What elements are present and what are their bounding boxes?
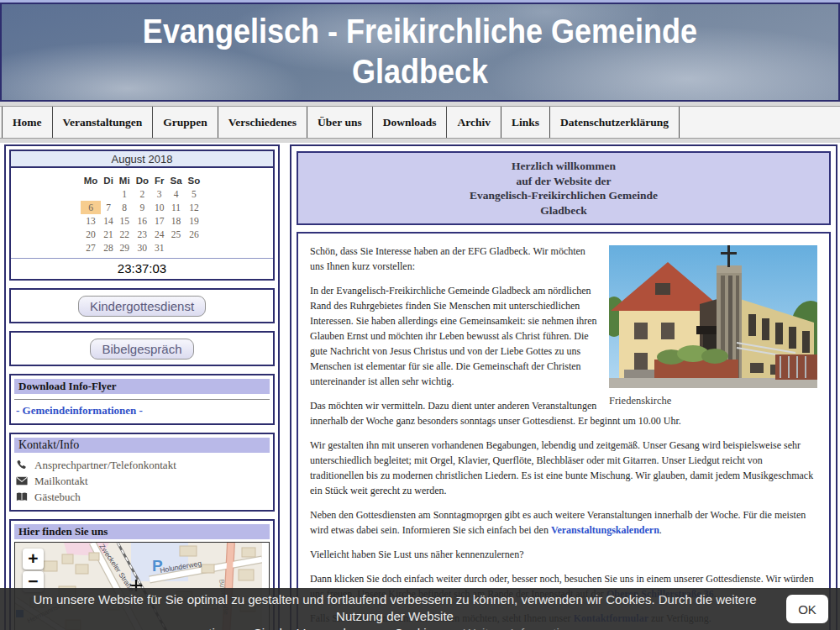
calendar-day[interactable]: 24 bbox=[151, 228, 167, 241]
cookie-banner-text: Um unsere Website für Sie optimal zu ges… bbox=[0, 588, 840, 630]
guestbook-icon bbox=[16, 491, 28, 502]
calendar-empty-cell bbox=[185, 241, 203, 255]
calendar-day[interactable]: 4 bbox=[167, 187, 185, 201]
calendar-day[interactable]: 22 bbox=[116, 228, 133, 241]
mail-icon bbox=[16, 475, 28, 486]
calendar-day[interactable]: 25 bbox=[167, 228, 185, 241]
kontakt-item-mail[interactable]: Mailkontakt bbox=[16, 473, 268, 489]
map-zoom-in-button[interactable]: + bbox=[23, 549, 44, 570]
kontakt-item-label: Ansprechpartner/Telefonkontakt bbox=[34, 459, 176, 472]
kontakt-item-gaestebuch[interactable]: Gästebuch bbox=[16, 489, 268, 505]
weekday-header: Do bbox=[133, 174, 151, 187]
site-header: Evangelisch - Freikirchliche GemeindeGla… bbox=[0, 3, 840, 102]
calendar-empty-cell bbox=[81, 187, 101, 201]
calendar-day[interactable]: 29 bbox=[116, 241, 133, 255]
calendar-day[interactable]: 21 bbox=[101, 228, 117, 241]
paragraph: Wir gestalten ihn mit unseren vorhandene… bbox=[310, 438, 817, 498]
weekday-header: So bbox=[185, 174, 203, 187]
nav-item-downloads[interactable]: Downloads bbox=[373, 107, 448, 138]
calendar-empty-cell bbox=[167, 241, 185, 255]
calendar-day[interactable]: 14 bbox=[101, 214, 117, 228]
content: August 2018 MoDiMiDoFrSaSo12345678910111… bbox=[0, 143, 840, 630]
weitere-informationen-link[interactable]: Weitere Informationen bbox=[464, 626, 587, 630]
calendar-day[interactable]: 6 bbox=[81, 201, 101, 214]
calendar-day[interactable]: 5 bbox=[185, 187, 203, 201]
calendar-day[interactable]: 13 bbox=[81, 214, 101, 228]
calendar-day[interactable]: 28 bbox=[101, 241, 117, 255]
calendar-day[interactable]: 9 bbox=[133, 201, 151, 214]
clock: 23:37:03 bbox=[11, 258, 273, 279]
calendar-empty-cell bbox=[101, 187, 117, 201]
calendar-day[interactable]: 18 bbox=[167, 214, 185, 228]
calendar-day[interactable]: 23 bbox=[133, 228, 151, 241]
church-photo bbox=[609, 245, 817, 388]
parking-icon: P bbox=[152, 557, 163, 575]
calendar-day[interactable]: 1 bbox=[116, 187, 133, 201]
cookie-ok-button[interactable]: OK bbox=[786, 595, 828, 623]
nav-item-archiv[interactable]: Archiv bbox=[447, 107, 501, 138]
download-section-title: Download Info-Flyer bbox=[14, 379, 270, 394]
calendar-day[interactable]: 20 bbox=[81, 228, 101, 241]
phone-icon bbox=[16, 459, 28, 470]
calendar-day[interactable]: 31 bbox=[151, 241, 167, 255]
calendar-day[interactable]: 12 bbox=[185, 201, 203, 214]
kontakt-item-telefon[interactable]: Ansprechpartner/Telefonkontakt bbox=[16, 457, 268, 473]
calendar-day[interactable]: 7 bbox=[101, 201, 117, 214]
calendar-day[interactable]: 2 bbox=[133, 187, 151, 201]
calendar-day[interactable]: 8 bbox=[116, 201, 133, 214]
calendar-day[interactable]: 16 bbox=[133, 214, 151, 228]
calendar-day[interactable]: 19 bbox=[185, 214, 203, 228]
calendar-grid: MoDiMiDoFrSaSo12345678910111213141516171… bbox=[81, 174, 203, 255]
church-figure: Friedenskirche bbox=[609, 245, 817, 407]
welcome-line: Herzlich willkommen bbox=[302, 159, 826, 174]
cookie-text-line-2: stimmen Sie der Verwendung von Cookies z… bbox=[202, 626, 464, 630]
church-photo-caption: Friedenskirche bbox=[609, 395, 817, 407]
calendar-day[interactable]: 11 bbox=[167, 201, 185, 214]
main-nav: HomeVeranstaltungenGruppenVerschiedenesÜ… bbox=[0, 106, 840, 139]
sidebar: August 2018 MoDiMiDoFrSaSo12345678910111… bbox=[4, 144, 280, 630]
cookie-banner: Um unsere Website für Sie optimal zu ges… bbox=[0, 588, 840, 630]
calendar-day[interactable]: 30 bbox=[133, 241, 151, 255]
paragraph: Vielleicht haben Sie Lust uns näher kenn… bbox=[310, 547, 817, 562]
weekday-header: Mo bbox=[81, 174, 101, 187]
welcome-box: Herzlich willkommen auf der Website der … bbox=[297, 151, 831, 225]
nav-item-veranstaltungen[interactable]: Veranstaltungen bbox=[53, 107, 154, 138]
welcome-line: Evangelisch-Freikirchlichen Gemeinde bbox=[302, 188, 826, 203]
title-line-2: Gladbeck bbox=[352, 53, 488, 90]
weekday-header: Di bbox=[101, 174, 117, 187]
weekday-header: Sa bbox=[167, 174, 185, 187]
calendar-widget: August 2018 MoDiMiDoFrSaSo12345678910111… bbox=[9, 150, 275, 281]
calendar-day[interactable]: 26 bbox=[185, 228, 203, 241]
kontakt-section-title: Kontakt/Info bbox=[14, 438, 270, 453]
kontakt-list: Ansprechpartner/Telefonkontakt Mailkonta… bbox=[14, 457, 270, 505]
weekday-header: Mi bbox=[116, 174, 133, 187]
download-section: Download Info-Flyer - Gemeindeinformatio… bbox=[9, 374, 275, 425]
nav-item-datenschutzerklärung[interactable]: Datenschutzerklärung bbox=[550, 107, 680, 138]
kindergottesdienst-button[interactable]: Kindergottesdienst bbox=[78, 296, 206, 317]
calendar-day[interactable]: 3 bbox=[151, 187, 167, 201]
kontakt-item-label: Gästebuch bbox=[34, 491, 81, 504]
nav-item-über-uns[interactable]: Über uns bbox=[307, 107, 373, 138]
nav-item-gruppen[interactable]: Gruppen bbox=[153, 107, 218, 138]
text-link[interactable]: Veranstaltungskalendern bbox=[551, 524, 659, 536]
calendar-day[interactable]: 15 bbox=[116, 214, 133, 228]
calendar-day[interactable]: 17 bbox=[151, 214, 167, 228]
kindergottesdienst-section: Kindergottesdienst bbox=[9, 288, 275, 323]
map-section-title: Hier finden Sie uns bbox=[14, 524, 270, 539]
bibelgespraech-section: Bibelgespräch bbox=[9, 331, 275, 366]
cookie-text-line-1: Um unsere Website für Sie optimal zu ges… bbox=[34, 592, 757, 623]
nav-item-home[interactable]: Home bbox=[2, 107, 53, 138]
welcome-line: Gladbeck bbox=[302, 203, 826, 218]
title-line-1: Evangelisch - Freikirchliche Gemeinde bbox=[143, 13, 697, 50]
gemeindeinformationen-link[interactable]: - Gemeindeinformationen - bbox=[14, 404, 270, 420]
calendar-day[interactable]: 10 bbox=[151, 201, 167, 214]
page-title: Evangelisch - Freikirchliche GemeindeGla… bbox=[44, 4, 796, 92]
bibelgespraech-button[interactable]: Bibelgespräch bbox=[90, 339, 193, 360]
main-panel: Herzlich willkommen auf der Website der … bbox=[290, 144, 837, 630]
nav-item-verschiedenes[interactable]: Verschiedenes bbox=[218, 107, 307, 138]
kontakt-item-label: Mailkontakt bbox=[34, 475, 88, 488]
nav-item-links[interactable]: Links bbox=[501, 107, 550, 138]
calendar-day[interactable]: 27 bbox=[81, 241, 101, 255]
paragraph: Neben den Gottesdiensten am Sonntagmoprg… bbox=[310, 507, 817, 538]
kontakt-section: Kontakt/Info Ansprechpartner/Telefonkont… bbox=[9, 433, 275, 512]
